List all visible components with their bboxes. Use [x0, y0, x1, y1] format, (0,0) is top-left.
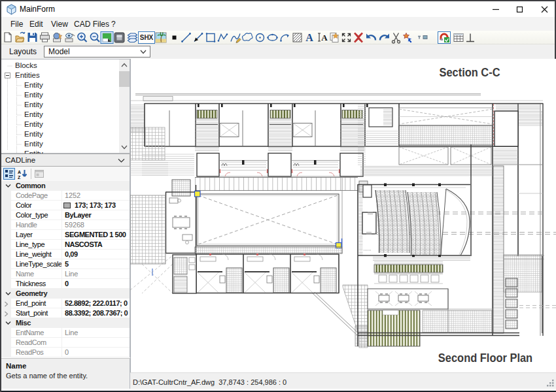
svg-text:Z: Z: [18, 175, 21, 179]
svg-text:Second Floor Plan: Second Floor Plan: [438, 352, 532, 365]
svg-text:Section C-C: Section C-C: [439, 67, 500, 80]
svg-text:A: A: [305, 32, 313, 43]
svg-text:A: A: [321, 33, 328, 42]
svg-text:SHX: SHX: [140, 34, 154, 41]
svg-text:A: A: [18, 170, 21, 174]
